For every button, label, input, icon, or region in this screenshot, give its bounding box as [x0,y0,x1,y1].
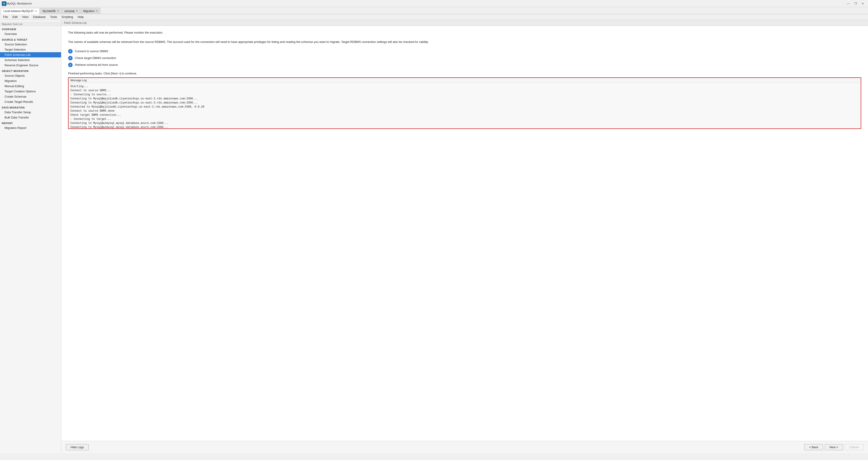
content-header-title: Fetch Schema List [64,21,87,25]
sidebar-section-data-migration: DATA MIGRATION [0,104,61,110]
tab-label: azmysql [64,9,74,13]
hide-logs-button[interactable]: Hide Logs [66,444,89,450]
sidebar-item-overview[interactable]: Overview [0,31,61,36]
log-line: Connecting to Mysql@myjoliedb.clyeniez4x… [70,101,859,105]
log-line: Starting... [70,85,859,89]
message-log-content[interactable]: Starting...Connect to source DBMS...- Co… [68,83,861,128]
tab-close-local[interactable]: ✕ [35,10,37,13]
check-item-connect-source: Connect to source DBMS [68,49,861,54]
footer-bar: Hide Logs < Back Next > Cancel [61,441,868,453]
log-line: Connecting to Mysql@myjoliedb.clyeniez4x… [70,97,859,101]
check-icon-connect-source [68,49,73,54]
sidebar-item-migration[interactable]: Migration [0,78,61,84]
sidebar-section-source-target: SOURCE & TARGET [0,36,61,42]
tab-close-myjoliedb[interactable]: ✕ [57,9,59,12]
sidebar: Migration Task List OVERVIEW Overview SO… [0,20,61,453]
menu-file[interactable]: File [1,15,10,19]
log-line: Connect to source DBMS... [70,89,859,93]
menu-tools[interactable]: Tools [48,15,59,19]
next-button[interactable]: Next > [825,444,843,450]
tab-label: Migration [83,9,94,13]
log-line: - Connecting to target... [70,117,859,121]
content-header: Fetch Schema List [61,20,868,26]
tab-local-instance[interactable]: Local instance MySQL57 ✕ [1,8,39,14]
tab-close-azmysql[interactable]: ✕ [76,9,78,12]
sidebar-item-bulk-data-transfer[interactable]: Bulk Data Transfer [0,115,61,120]
content-body: The following tasks will now be performe… [61,26,868,441]
tab-label: Local instance MySQL57 [3,9,34,13]
description-line1: The following tasks will now be performe… [68,30,861,35]
check-item-check-target: Check target DBMS connection [68,56,861,60]
footer-right: < Back Next > Cancel [804,444,864,450]
sidebar-item-manual-editing[interactable]: Manual Editing [0,84,61,89]
check-label-connect-source: Connect to source DBMS [75,50,108,53]
menu-help[interactable]: Help [75,15,86,19]
check-label-retrieve-schema: Retrieve schema list from source [75,63,118,66]
sidebar-item-source-selection[interactable]: Source Selection [0,42,61,47]
sidebar-section-overview: OVERVIEW [0,26,61,31]
minimize-button[interactable]: — [845,1,852,6]
check-icon-retrieve-schema [68,63,73,67]
sidebar-item-create-target-results[interactable]: Create Target Results [0,99,61,104]
menu-scripting[interactable]: Scripting [59,15,75,19]
sidebar-item-source-objects[interactable]: Source Objects [0,73,61,78]
main-container: Migration Task List OVERVIEW Overview SO… [0,20,868,453]
menu-view[interactable]: View [20,15,31,19]
sidebar-section-object-migration: OBJECT MIGRATION [0,68,61,73]
sidebar-section-report: REPORT [0,120,61,125]
checklist: Connect to source DBMS Check target DBMS… [68,49,861,67]
restore-button[interactable]: ❐ [852,1,859,6]
log-line: Check target DBMS connection... [70,113,859,117]
tab-myjoliedb[interactable]: MyJolieDB ✕ [40,8,61,14]
message-log-title: Message Log [68,78,861,83]
sidebar-item-fetch-schemas[interactable]: Fetch Schemas List [0,52,61,57]
titlebar: M MySQL Workbench — ❐ ✕ [0,0,868,7]
check-icon-check-target [68,56,73,60]
log-line: Connected to Mysql@myjoliedb.clyeniez4xq… [70,105,859,109]
check-label-check-target: Check target DBMS connection [75,56,116,60]
description-line2: The names of available schemas will be r… [68,40,861,44]
close-button[interactable]: ✕ [859,1,866,6]
tabbar: Local instance MySQL57 ✕ MyJolieDB ✕ azm… [0,7,868,14]
menubar: File Edit View Database Tools Scripting … [0,14,868,20]
check-item-retrieve-schema: Retrieve schema list from source [68,63,861,67]
log-line: Connect to source DBMS done [70,109,859,113]
tab-label: MyJolieDB [42,9,55,13]
log-line: Connecting to Mysql@azmysql.mysql.databa… [70,121,859,125]
app-icon: M [2,1,6,6]
log-line: - Connecting to source... [70,93,859,97]
back-button[interactable]: < Back [804,444,823,450]
menu-edit[interactable]: Edit [10,15,20,19]
sidebar-item-target-selection[interactable]: Target Selection [0,47,61,52]
tab-azmysql[interactable]: azmysql ✕ [62,8,80,14]
log-line: Connecting to Mysql@azmysql.mysql.databa… [70,125,859,128]
message-log-container: Message Log Starting...Connect to source… [68,78,861,129]
content-area: Fetch Schema List The following tasks wi… [61,20,868,453]
app-title: MySQL Workbench [6,2,845,5]
sidebar-item-schemas-selection[interactable]: Schemas Selection [0,57,61,63]
sidebar-item-migration-report[interactable]: Migration Report [0,125,61,130]
window-controls: — ❐ ✕ [845,1,866,6]
menu-database[interactable]: Database [31,15,48,19]
sidebar-item-create-schemas[interactable]: Create Schemas [0,94,61,99]
cancel-button[interactable]: Cancel [845,444,864,450]
footer-left: Hide Logs [66,444,89,450]
sidebar-item-data-transfer-setup[interactable]: Data Transfer Setup [0,110,61,115]
tab-close-migration[interactable]: ✕ [96,9,98,12]
tab-migration[interactable]: Migration ✕ [81,8,100,14]
status-text: Finished performing tasks. Click [Next >… [68,72,861,75]
sidebar-item-target-creation-options[interactable]: Target Creation Options [0,89,61,94]
sidebar-panel-title: Migration Task List [0,22,61,26]
sidebar-item-reverse-engineer[interactable]: Reverse Engineer Source [0,63,61,68]
